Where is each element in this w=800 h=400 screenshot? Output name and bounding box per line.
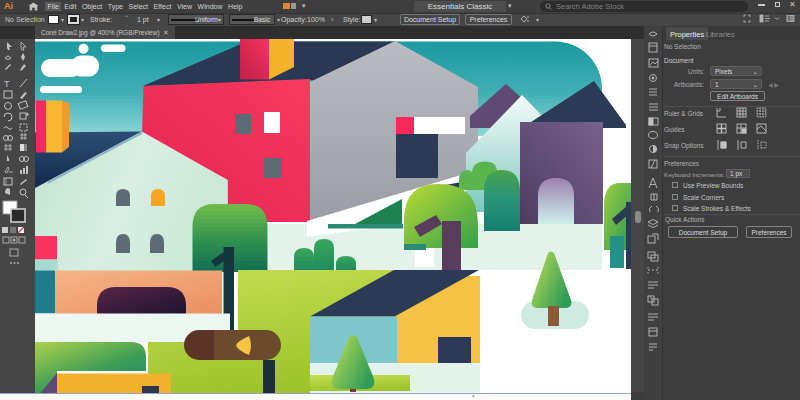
svg-text:T: T [4,79,10,89]
